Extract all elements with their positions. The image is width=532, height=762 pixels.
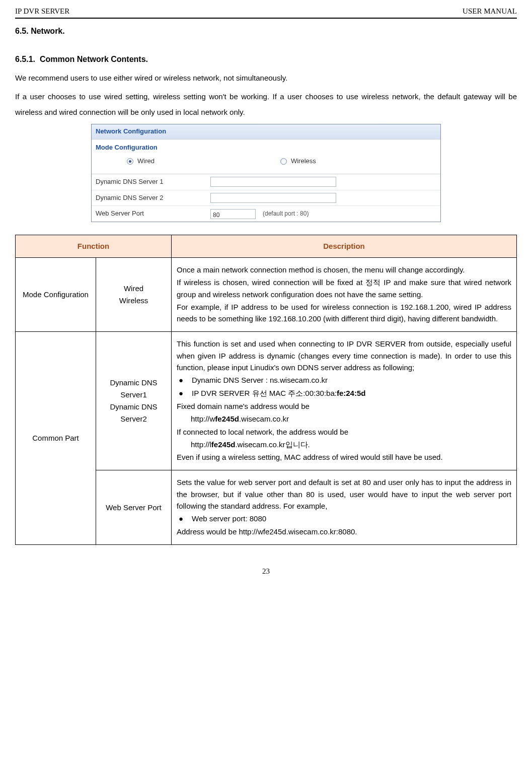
intro-p1: We recommend users to use either wired o… [15,71,517,86]
r2a-c2a: Dynamic DNS Server1 [101,377,166,401]
r2a-d2: Fixed domain name's address would be [177,400,511,412]
r1-c1: Mode Configuration [16,258,96,332]
r2a-d1: This function is set and used when conne… [177,338,511,373]
r1-desc: Once a main network connection method is… [172,258,517,332]
bullet-icon: ● [179,387,192,399]
radio-wired[interactable]: Wired [127,156,155,167]
dns2-label: Dynamic DNS Server 2 [92,190,207,206]
r1-c2a: Wired [101,283,166,295]
network-config-figure: Network Configuration Mode Configuration… [15,124,517,222]
header-right: USER MANUAL [463,5,517,17]
r2a-b2: ●IP DVR SERVER 유선 MAC 주소:00:30:ba:fe:24:… [179,387,511,399]
subsection-name: Common Network Contents. [40,55,148,63]
radio-wired-label: Wired [137,156,155,167]
r2a-desc: This function is set and used when conne… [172,332,517,470]
radio-wired-icon [127,158,133,165]
dns2-input[interactable] [210,193,336,203]
r1-c2: Wired Wireless [96,258,172,332]
r2b-d2: Address would be http://wfe245d.wisecam.… [177,526,511,537]
radio-wireless-label: Wireless [291,156,316,167]
section-name: Network. [31,27,65,35]
radio-wireless[interactable]: Wireless [280,156,316,167]
r2b-desc: Sets the value for web server port and d… [172,470,517,545]
dns1-label: Dynamic DNS Server 1 [92,174,207,190]
page-number: 23 [15,565,517,577]
dns1-input[interactable] [210,177,336,187]
r2a-d4: If connected to local network, the addre… [177,426,511,438]
r1-d1: Once a main network connection method is… [177,264,511,275]
bullet-icon: ● [179,374,192,386]
figure-title: Network Configuration [92,124,440,140]
r2a-d3: http://wfe245d.wisecam.co.kr [177,413,511,425]
subsection-title: 6.5.1. Common Network Contents. [15,53,517,66]
port-input[interactable]: 80 [210,209,256,219]
r2-c1: Common Part [16,332,96,545]
function-table: Function Description Mode Configuration … [15,235,517,545]
r2a-d6: Even if using a wireless setting, MAC ad… [177,451,511,463]
r1-c2b: Wireless [101,295,166,307]
radio-wireless-icon [280,158,287,165]
th-function: Function [16,235,172,258]
r2a-c2: Dynamic DNS Server1 Dynamic DNS Server2 [96,332,172,470]
r2b-d1: Sets the value for web server port and d… [177,476,511,512]
r2a-b1: ●Dynamic DNS Server : ns.wisecam.co.kr [179,374,511,386]
section-num: 6.5. [15,27,29,35]
intro-p2: If a user chooses to use wired setting, … [15,89,517,120]
r2b-b1: ●Web server port: 8080 [179,513,511,525]
r1-d2: If wireless is chosen, wired connection … [177,276,511,300]
header-bar: IP DVR SERVER USER MANUAL [15,5,517,19]
bullet-icon: ● [179,513,192,525]
section-title: 6.5. Network. [15,25,517,38]
r2b-c2: Web Server Port [96,470,172,545]
port-hint: (default port : 80) [263,209,309,219]
subsection-num: 6.5.1. [15,55,35,63]
figure-subtitle: Mode Configuration [92,140,440,154]
th-description: Description [172,235,517,258]
r2a-d5: http://lfe245d.wisecam.co.kr입니다. [177,439,511,450]
header-left: IP DVR SERVER [15,5,69,17]
r2a-c2b: Dynamic DNS Server2 [101,401,166,425]
port-label: Web Server Port [92,206,207,222]
r1-d3: For example, if IP address to be used fo… [177,301,511,325]
